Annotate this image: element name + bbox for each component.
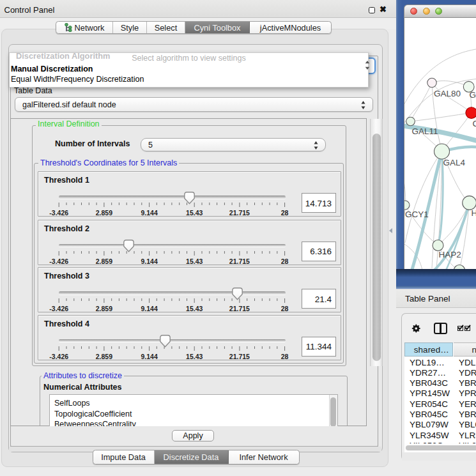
svg-text:GAL4: GAL4 — [443, 158, 466, 167]
svg-text:HAP2: HAP2 — [439, 250, 461, 259]
svg-text:GCY1: GCY1 — [405, 210, 429, 219]
svg-text:C: C — [473, 119, 476, 128]
svg-text:GAL11: GAL11 — [412, 127, 438, 136]
svg-text:GA: GA — [470, 90, 476, 100]
svg-text:GAL80: GAL80 — [434, 89, 461, 98]
svg-text:H: H — [472, 208, 476, 218]
